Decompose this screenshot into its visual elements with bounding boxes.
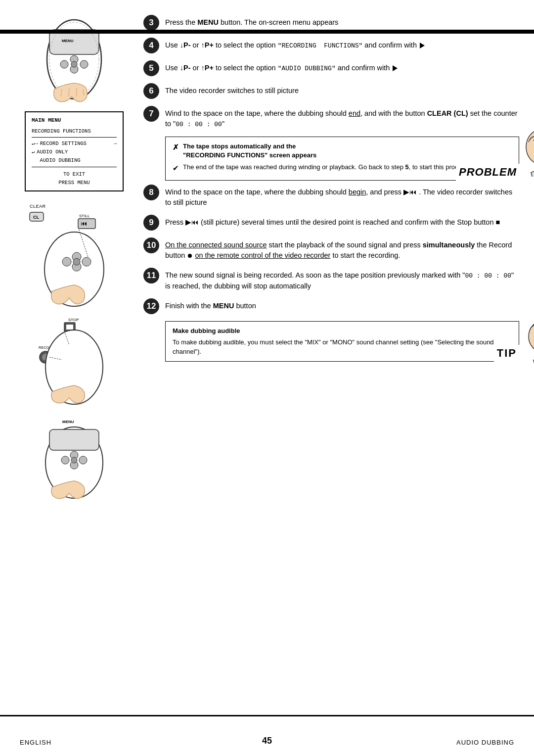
menu-footer: TO EXIT PRESS MENU [32,170,117,187]
tip-box: Make dubbing audible To make dubbing aud… [165,321,519,362]
svg-point-17 [82,257,91,266]
remote-menu-bottom-area: MENU [25,416,124,501]
menu-item-2: ↵ AUDIO ONLY [32,148,117,156]
tip-title: Make dubbing audible [173,327,512,335]
svg-text:STILL: STILL [79,214,90,218]
step-9: 9 Press ▶⏮ (still picture) several times… [143,215,519,231]
step-12-text: Finish with the MENU button [165,298,519,311]
step-11: 11 The new sound signal is being recorde… [143,268,519,291]
step-12: 12 Finish with the MENU button [143,298,519,314]
step-6-num: 6 [143,83,159,99]
step-11-text: The new sound signal is being recorded. … [165,268,519,291]
tip-label: TIP [494,345,520,362]
step-11-num: 11 [143,268,159,284]
step-5-num: 5 [143,60,159,76]
svg-rect-32 [49,429,99,450]
step-6-text: The video recorder switches to still pic… [165,83,519,96]
step-9-num: 9 [143,215,159,231]
svg-point-33 [61,456,69,464]
step-10-num: 10 [143,237,159,253]
menu-divider-2 [32,167,117,167]
step-4: 4 Use ↓P- or ↑P+ to select the option "R… [143,38,519,53]
page-number: 45 [262,736,272,746]
step-4-text: Use ↓P- or ↑P+ to select the option "REC… [165,38,519,51]
svg-point-37 [71,457,77,463]
tip-face-illustration [524,317,534,366]
step-3-num: 3 [143,15,159,31]
svg-point-15 [62,257,71,266]
svg-text:MENU: MENU [62,39,74,43]
menu-divider [32,137,117,138]
x-mark-icon: ✗ [173,142,179,160]
svg-point-19 [73,258,80,265]
step-3: 3 Press the MENU button. The on-screen m… [143,15,519,31]
problem-label: PROBLEM [456,164,520,181]
main-content: MENU MAIN MENU RECORDING FUNCTIONS ↵→ [0,0,534,511]
remote-stop-area: STOP RECORD/DTR [25,315,124,408]
remote-clear-area: CLEAR CL STILL ⏮ [25,204,124,310]
menu-subtitle: RECORDING FUNCTIONS [32,127,117,136]
clear-label: CLEAR [30,204,124,209]
menu-title: MAIN MENU [32,116,117,125]
remote-stop-illustration: STOP RECORD/DTR [25,315,124,407]
top-bar [0,30,534,34]
step-9-text: Press ▶⏮ (still picture) several times u… [165,215,519,228]
svg-text:STOP: STOP [68,318,79,322]
step-12-num: 12 [143,298,159,314]
step-8-num: 8 [143,185,159,200]
remote-clear-illustration: CL STILL ⏮ [25,210,124,309]
svg-rect-23 [66,325,73,330]
svg-point-38 [526,130,534,164]
step-7-num: 7 [143,106,159,122]
footer-left: English [20,739,51,746]
remote-menu-bottom-illustration: MENU [25,416,124,500]
svg-point-7 [71,61,77,67]
note-box: ✗ The tape stops automatically and the"R… [165,137,519,181]
step-4-num: 4 [143,38,159,53]
step-6: 6 The video recorder switches to still p… [143,83,519,99]
bottom-bar [0,715,534,716]
svg-text:MENU: MENU [62,420,74,424]
check-mark-icon: ✔ [173,163,179,173]
svg-point-3 [60,60,68,68]
step-7-text: Wind to the space on the tape, where the… [165,106,519,130]
note-item-1: ✗ The tape stops automatically and the"R… [173,142,512,160]
step-10: 10 On the connected sound source start t… [143,237,519,261]
left-column: MENU MAIN MENU RECORDING FUNCTIONS ↵→ [15,10,134,501]
problem-face-illustration [521,127,534,177]
footer-right: Audio Dubbing [456,739,514,746]
remote-menu-illustration: MENU [25,15,124,104]
tip-text: To make dubbing audible, you must select… [173,338,512,356]
menu-item-3: AUDIO DUBBING [32,156,117,165]
step-7: 7 Wind to the space on the tape, where t… [143,106,519,130]
svg-text:CL: CL [33,215,39,220]
step-8: 8 Wind to the space on the tape, where t… [143,185,519,208]
svg-point-35 [79,456,87,464]
step-5-text: Use ↓P- or ↑P+ to select the option "AUD… [165,60,519,74]
step-8-text: Wind to the space on the tape, where the… [165,185,519,208]
step-10-text: On the connected sound source start the … [165,237,519,261]
step-5: 5 Use ↓P- or ↑P+ to select the option "A… [143,60,519,76]
svg-point-5 [80,60,88,68]
svg-text:⏮: ⏮ [81,220,87,227]
menu-item-1: ↵→ RECORD SETTINGS → [32,140,117,148]
step-3-text: Press the MENU button. The on-screen men… [165,15,519,28]
right-column: 3 Press the MENU button. The on-screen m… [134,10,519,501]
menu-screen-illustration: MAIN MENU RECORDING FUNCTIONS ↵→ RECORD … [25,111,124,191]
